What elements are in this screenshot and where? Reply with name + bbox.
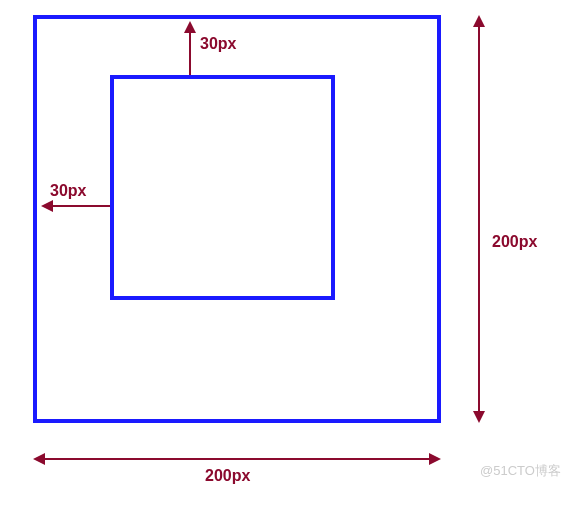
height-arrow-head-up xyxy=(473,15,485,27)
left-margin-arrow-head xyxy=(41,200,53,212)
watermark: @51CTO博客 xyxy=(480,462,561,480)
diagram-canvas: 30px 30px 200px 200px @51CTO博客 xyxy=(0,0,571,507)
top-margin-arrow-stem xyxy=(189,29,191,75)
width-arrow-stem xyxy=(45,458,429,460)
height-arrow-head-down xyxy=(473,411,485,423)
left-margin-label: 30px xyxy=(50,182,86,200)
top-margin-arrow-head xyxy=(184,21,196,33)
width-arrow-head-left xyxy=(33,453,45,465)
inner-box xyxy=(110,75,335,300)
width-arrow-head-right xyxy=(429,453,441,465)
height-label: 200px xyxy=(492,233,537,251)
left-margin-arrow-stem xyxy=(49,205,110,207)
width-label: 200px xyxy=(205,467,250,485)
height-arrow-stem xyxy=(478,27,480,411)
top-margin-label: 30px xyxy=(200,35,236,53)
